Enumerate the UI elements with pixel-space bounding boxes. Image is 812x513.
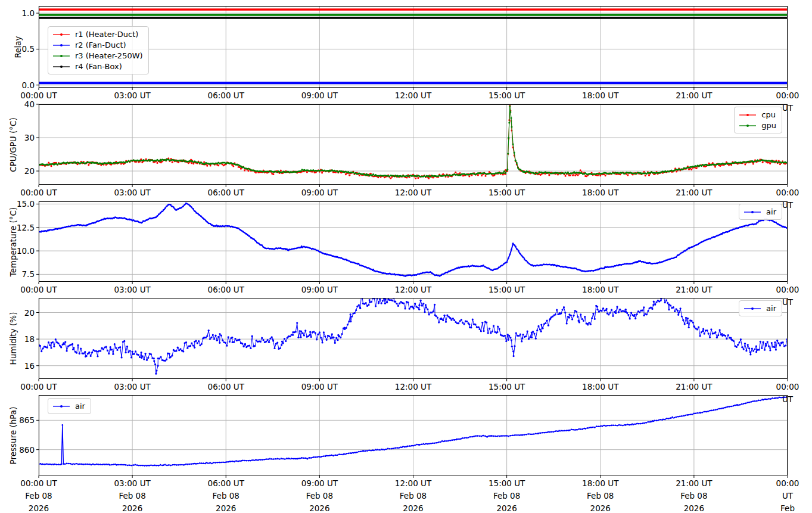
x-tick-label: 06:00 UT	[208, 381, 244, 393]
y-tick-label: 0.0	[0, 80, 35, 90]
x-tick-label: 09:00 UT	[301, 381, 338, 393]
legend-marker-icon	[739, 122, 757, 129]
x-tick-label: 21:00 UT	[676, 381, 712, 393]
y-tick-label: 18	[0, 334, 35, 344]
x-tick-label: 03:00 UT	[114, 284, 150, 296]
x-tick-label: 06:00 UT	[208, 89, 244, 102]
x-tick-label: 21:00 UT	[676, 89, 712, 102]
x-tick-label: 03:00 UT	[114, 89, 150, 102]
legend-marker-icon	[52, 31, 70, 38]
legend-entry: air	[743, 207, 776, 216]
x-tick-label: 21:00 UT	[676, 284, 712, 296]
x-tick-label: 15:00 UT	[489, 381, 525, 393]
y-tick-label: 20	[0, 308, 35, 318]
x-tick-label: 15:00 UT	[489, 284, 525, 296]
y-tick-label: 865	[0, 415, 35, 425]
legend-marker-icon	[52, 403, 70, 410]
legend: cpugpu	[734, 107, 782, 133]
x-tick-label: 06:00 UT	[208, 284, 244, 296]
x-tick-label: 06:00 UT Feb 08 2026	[208, 477, 244, 513]
legend-entry: air	[743, 304, 776, 313]
y-tick-label: 860	[0, 445, 35, 455]
legend-marker-icon	[743, 209, 761, 216]
x-tick-label: 18:00 UT	[582, 89, 618, 102]
x-tick-label: 09:00 UT	[301, 186, 338, 199]
legend-label: r2 (Fan-Duct)	[75, 41, 126, 49]
legend: r1 (Heater-Duct)r2 (Fan-Duct)r3 (Heater-…	[48, 26, 149, 74]
x-tick-label: 12:00 UT	[395, 89, 431, 102]
legend-entry: r3 (Heater-250W)	[52, 51, 143, 60]
legend-label: r3 (Heater-250W)	[75, 51, 143, 60]
x-tick-label: 03:00 UT	[114, 381, 150, 393]
legend: air	[739, 204, 782, 220]
y-tick-label: 0.5	[0, 44, 35, 54]
x-tick-label: 03:00 UT	[114, 186, 150, 199]
legend-entry: r4 (Fan-Box)	[52, 62, 143, 71]
x-tick-label: 18:00 UT Feb 08 2026	[582, 477, 618, 513]
x-tick-label: 00:00 UT	[20, 284, 57, 296]
y-tick-label: 1.0	[0, 8, 35, 18]
legend-label: air	[766, 304, 776, 313]
legend-label: cpu	[761, 110, 776, 119]
x-tick-label: 00:00 UT Feb 08 2026	[20, 477, 57, 513]
legend-label: r4 (Fan-Box)	[75, 62, 122, 71]
pressure-plot	[0, 395, 812, 475]
y-tick-label: 15.0	[0, 199, 35, 209]
y-tick-label: 30	[0, 133, 35, 142]
x-tick-label: 15:00 UT Feb 08 2026	[489, 477, 525, 513]
y-tick-label: 20	[0, 166, 35, 176]
x-tick-label: 09:00 UT	[301, 89, 338, 102]
x-tick-label: 21:00 UT Feb 08 2026	[676, 477, 712, 513]
legend-label: air	[766, 207, 776, 216]
legend-marker-icon	[739, 111, 757, 119]
legend: air	[48, 398, 91, 414]
x-tick-label: 00:00 UT	[776, 381, 800, 406]
y-tick-label: 16	[0, 361, 35, 371]
legend-marker-icon	[52, 63, 70, 70]
x-tick-label: 09:00 UT Feb 08 2026	[301, 477, 338, 513]
x-tick-label: 03:00 UT Feb 08 2026	[114, 477, 150, 513]
y-tick-label: 10.0	[0, 246, 35, 256]
matplotlib-figure: Relay CPU/GPU (°C) Temperature (°C) Humi…	[0, 0, 812, 513]
x-tick-label: 00:00 UT	[20, 381, 57, 393]
x-tick-label: 21:00 UT	[676, 186, 712, 199]
legend-entry: r2 (Fan-Duct)	[52, 41, 143, 49]
x-tick-label: 00:00 UT	[20, 186, 57, 199]
air-temperature-plot	[0, 201, 812, 282]
x-tick-label: 15:00 UT	[489, 186, 525, 199]
legend-label: gpu	[761, 121, 776, 130]
x-tick-label: 12:00 UT Feb 08 2026	[395, 477, 431, 513]
legend-entry: gpu	[739, 121, 776, 130]
x-tick-label: 06:00 UT	[208, 186, 244, 199]
legend: air	[739, 300, 782, 316]
x-tick-label: 15:00 UT	[489, 89, 525, 102]
x-tick-label: 18:00 UT	[582, 186, 618, 199]
legend-entry: cpu	[739, 110, 776, 119]
x-tick-label: 12:00 UT	[395, 284, 431, 296]
y-tick-label: 40	[0, 100, 35, 109]
legend-marker-icon	[743, 305, 761, 312]
y-tick-label: 12.5	[0, 223, 35, 232]
x-tick-label: 18:00 UT	[582, 381, 618, 393]
humidity-plot	[0, 298, 812, 379]
x-tick-label: 12:00 UT	[395, 381, 431, 393]
legend-marker-icon	[52, 42, 70, 49]
x-tick-label: 09:00 UT	[301, 284, 338, 296]
legend-entry: air	[52, 402, 85, 411]
x-tick-label: 00:00 UT Feb 09 2026	[776, 477, 800, 513]
x-tick-label: 12:00 UT	[395, 186, 431, 199]
x-tick-label: 18:00 UT	[582, 284, 618, 296]
legend-marker-icon	[52, 52, 70, 60]
legend-label: r1 (Heater-Duct)	[75, 30, 138, 39]
y-tick-label: 7.5	[0, 269, 35, 279]
cpu-gpu-plot	[0, 104, 812, 185]
legend-label: air	[75, 402, 85, 411]
legend-entry: r1 (Heater-Duct)	[52, 30, 143, 39]
